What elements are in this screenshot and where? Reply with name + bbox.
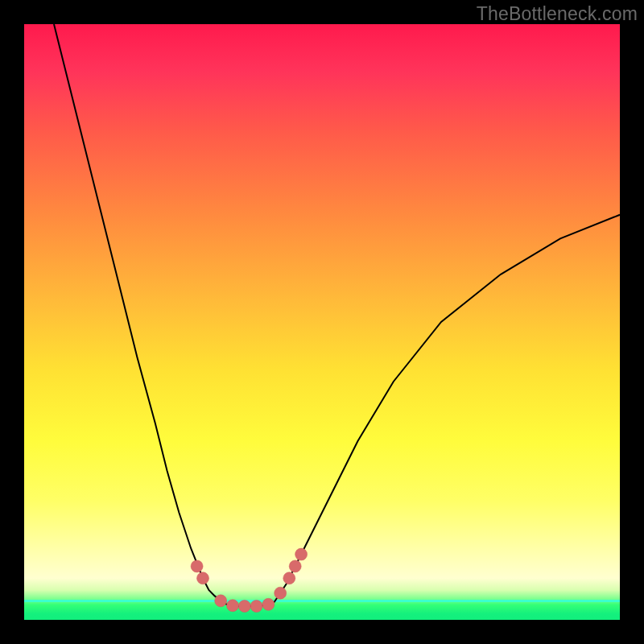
curve-marker [227,600,239,612]
curve-markers [191,548,308,612]
curve-marker [283,572,295,584]
curve-layer [24,24,620,620]
curve-marker [295,548,308,560]
curve-marker [250,601,262,613]
chart-frame: TheBottleneck.com [0,0,644,644]
curve-marker [197,572,209,584]
curve-marker [262,598,275,610]
curve-marker [289,560,301,572]
curve-marker [238,601,250,613]
bottleneck-curve [54,24,620,606]
plot-area [24,24,620,620]
curve-marker [191,560,203,572]
curve-marker [275,587,287,599]
watermark-text: TheBottleneck.com [477,3,638,25]
curve-marker [215,595,227,607]
